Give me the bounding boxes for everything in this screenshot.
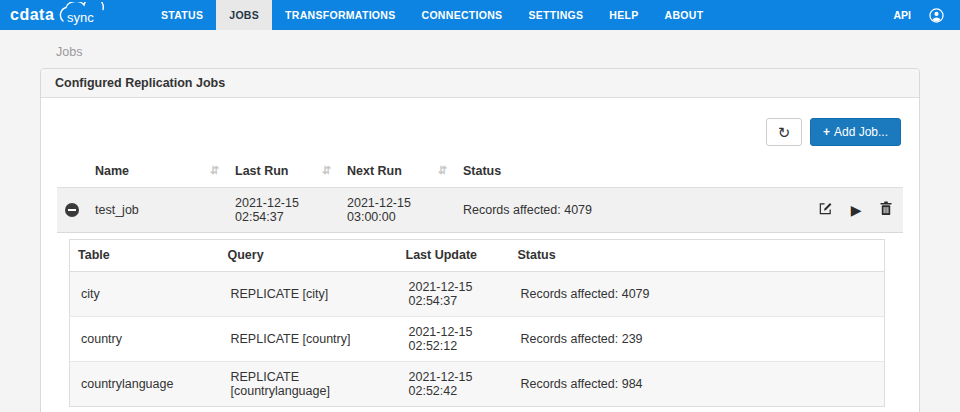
detail-status-cell: Records affected: 239 — [510, 317, 885, 362]
nav-item-jobs[interactable]: JOBS — [216, 0, 272, 30]
job-tables-table: Table Query Last Update Status city REPL… — [69, 239, 885, 407]
nav-item-label: STATUS — [161, 9, 203, 21]
top-navbar: cdata sync STATUS JOBS TRANSFORMATIONS C… — [0, 0, 960, 30]
detail-query-cell: REPLICATE [countrylanguage] — [220, 362, 398, 407]
jobs-toolbar: ↻ +Add Job... — [57, 118, 903, 146]
job-actions-cell: ▶ — [793, 188, 903, 233]
panel-body: ↻ +Add Job... Name⇵ Last Run⇵ Next Run⇵ … — [41, 98, 919, 412]
sync-cloud-logo-icon: sync — [56, 2, 110, 30]
job-status-cell: Records affected: 4079 — [455, 188, 793, 233]
detail-query-cell: REPLICATE [city] — [220, 272, 398, 317]
column-header-status: Status — [455, 156, 793, 188]
delete-job-icon[interactable] — [879, 201, 893, 219]
svg-text:sync: sync — [67, 10, 94, 25]
panel-title: Configured Replication Jobs — [41, 69, 919, 98]
navbar-right: API — [893, 0, 960, 30]
detail-column-status: Status — [510, 240, 885, 272]
expander-cell — [57, 188, 87, 233]
detail-status-cell: Records affected: 984 — [510, 362, 885, 407]
jobs-table: Name⇵ Last Run⇵ Next Run⇵ Status test_jo… — [57, 156, 903, 409]
column-label: Next Run — [347, 164, 402, 178]
edit-job-icon[interactable] — [818, 201, 833, 219]
detail-table-cell: city — [70, 272, 220, 317]
nav-item-help[interactable]: HELP — [596, 0, 651, 30]
job-name-cell[interactable]: test_job — [87, 188, 227, 233]
sort-icon[interactable]: ⇵ — [322, 164, 331, 177]
cdata-sync-logo[interactable]: cdata sync — [0, 0, 148, 30]
collapse-minus-icon[interactable] — [65, 203, 79, 217]
nav-item-connections[interactable]: CONNECTIONS — [409, 0, 516, 30]
detail-last-update-cell: 2021-12-15 02:52:42 — [398, 362, 510, 407]
table-row-city[interactable]: city REPLICATE [city] 2021-12-15 02:54:3… — [70, 272, 885, 317]
column-label: Name — [95, 164, 129, 178]
jobs-table-header-row: Name⇵ Last Run⇵ Next Run⇵ Status — [57, 156, 903, 188]
detail-status-cell: Records affected: 4079 — [510, 272, 885, 317]
detail-query-cell: REPLICATE [country] — [220, 317, 398, 362]
nav-item-label: SETTINGS — [528, 9, 583, 21]
brand-cdata-text: cdata — [10, 6, 54, 24]
refresh-button[interactable]: ↻ — [766, 118, 802, 146]
nav-item-transformations[interactable]: TRANSFORMATIONS — [272, 0, 408, 30]
refresh-icon: ↻ — [778, 124, 791, 141]
detail-header-row: Table Query Last Update Status — [70, 240, 885, 272]
column-header-last-run[interactable]: Last Run⇵ — [227, 156, 339, 188]
nav-item-label: CONNECTIONS — [422, 9, 503, 21]
actions-column-header — [793, 156, 903, 188]
detail-table-cell: countrylanguage — [70, 362, 220, 407]
run-job-icon[interactable]: ▶ — [851, 202, 862, 218]
configured-jobs-panel: Configured Replication Jobs ↻ +Add Job..… — [40, 68, 920, 412]
column-header-next-run[interactable]: Next Run⇵ — [339, 156, 455, 188]
detail-last-update-cell: 2021-12-15 02:54:37 — [398, 272, 510, 317]
nav-item-label: HELP — [609, 9, 638, 21]
column-label: Last Run — [235, 164, 288, 178]
job-row-test_job: test_job 2021-12-15 02:54:37 2021-12-15 … — [57, 188, 903, 233]
detail-column-last-update: Last Update — [398, 240, 510, 272]
column-header-name[interactable]: Name⇵ — [87, 156, 227, 188]
api-link[interactable]: API — [893, 9, 911, 21]
nav-item-status[interactable]: STATUS — [148, 0, 216, 30]
main-navigation: STATUS JOBS TRANSFORMATIONS CONNECTIONS … — [148, 0, 716, 30]
add-job-label: Add Job... — [834, 125, 888, 139]
nav-item-label: ABOUT — [665, 9, 704, 21]
job-last-run-cell: 2021-12-15 02:54:37 — [227, 188, 339, 233]
job-next-run-cell: 2021-12-15 03:00:00 — [339, 188, 455, 233]
detail-table-cell: country — [70, 317, 220, 362]
sort-icon[interactable]: ⇵ — [438, 164, 447, 177]
nav-item-about[interactable]: ABOUT — [652, 0, 717, 30]
nav-item-settings[interactable]: SETTINGS — [515, 0, 596, 30]
nav-item-label: TRANSFORMATIONS — [285, 9, 395, 21]
job-detail-row: Table Query Last Update Status city REPL… — [57, 233, 903, 410]
table-row-countrylanguage[interactable]: countrylanguage REPLICATE [countrylangua… — [70, 362, 885, 407]
breadcrumb: Jobs — [40, 45, 920, 59]
detail-column-query: Query — [220, 240, 398, 272]
table-row-country[interactable]: country REPLICATE [country] 2021-12-15 0… — [70, 317, 885, 362]
detail-column-table: Table — [70, 240, 220, 272]
job-detail-cell: Table Query Last Update Status city REPL… — [57, 233, 903, 410]
nav-item-label: JOBS — [229, 9, 259, 21]
user-account-icon[interactable] — [929, 8, 944, 23]
detail-last-update-cell: 2021-12-15 02:52:12 — [398, 317, 510, 362]
plus-icon: + — [823, 125, 830, 139]
add-job-button[interactable]: +Add Job... — [810, 118, 901, 146]
column-label: Status — [463, 164, 501, 178]
expander-column-header — [57, 156, 87, 188]
sort-icon[interactable]: ⇵ — [210, 164, 219, 177]
